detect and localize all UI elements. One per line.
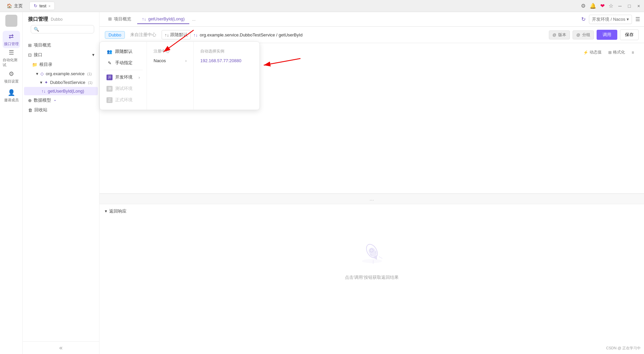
dropdown-nacos[interactable]: Nacos › [147,55,193,66]
group-label: 分组 [582,32,590,37]
tree-label-getUserById: getUserById(Long) [48,89,84,94]
dropdown-instance-1[interactable]: 192.168.57.77:20880 [194,55,248,66]
overview-icon: ⊞ [28,43,32,48]
dropdown-col-2: 注册中心 Nacos › [147,42,193,110]
version-label: 版本 [558,32,566,37]
tab-getUserById-label: getUserById(Long) [148,16,185,21]
dynamic-value-button[interactable]: ⚡ 动态值 [581,48,604,56]
env-label: 开发环境 / Nacos [592,16,625,22]
autotest-label: 自动化测试 [3,57,20,68]
tab-getUserById-icon: ↑↓ [142,16,146,21]
heart-icon[interactable]: ❤ [600,3,605,9]
test-tab[interactable]: ↻ test × [29,2,55,10]
manual-icon: ✎ [106,61,113,66]
follow-default-button[interactable]: ↑↓ 跟随默认 [162,30,191,39]
minimize-button[interactable]: ─ [617,3,623,9]
content-tabs: ⊞ 项目概览 ↑↓ getUserById(Long) ... ↻ 开发环境 /… [99,12,644,27]
tree-label-recycle: 回收站 [34,107,47,113]
tab-label: test [39,3,46,8]
avatar [5,15,17,27]
nav-subtitle: Dubbo [51,17,62,22]
env-chevron-icon: ▾ [627,17,629,22]
group-button[interactable]: @ 分组 [573,30,594,39]
response-title[interactable]: ▾ 返回响应 [105,208,639,214]
dubbo-service-badge: (1) [88,81,92,85]
dubbo-tag[interactable]: Dubbo [105,31,125,39]
dropdown-col-3: 自动选择实例 192.168.57.77:20880 [193,42,248,110]
tab-overview-label: 项目概览 [114,16,131,22]
svg-point-0 [362,259,382,263]
collapse-btn[interactable]: « [23,344,99,351]
env-selector[interactable]: 开发环境 / Nacos ▾ [589,15,632,24]
settings-icon[interactable]: ⚙ [581,3,586,9]
sidebar-item-project[interactable]: ⚙ 项目设置 [3,68,20,86]
recycle-icon: 🗑 [28,108,32,113]
dropdown-manual[interactable]: ✎ 手动指定 [100,57,147,69]
close-window-button[interactable]: × [636,3,641,9]
watermark: CSDN @ 正在学习中 [606,346,641,351]
tree-item-data-model[interactable]: ⊕ 数据模型 • [24,96,98,105]
dropdown-col-1: 👥 跟随默认 ✎ 手动指定 开 开发环境 › 测 测 [100,42,147,110]
title-bar-right: ⚙ 🔔 ❤ ☆ ─ □ × [581,3,641,9]
project-icon: ⚙ [9,70,14,78]
sidebar-toggle-button[interactable]: ☰ [635,16,640,22]
dropdown-follow-default[interactable]: 👥 跟随默认 [100,46,147,57]
data-model-dot: • [54,99,56,102]
dropdown-prod-env[interactable]: 正 正式环境 [100,94,147,106]
dev-env-label: 开发环境 [115,74,133,80]
tree-item-org-service[interactable]: ▾ ◇ org.example.service (1) [24,70,98,78]
response-section: ▾ 返回响应 [99,204,644,354]
format-icon: ⊞ [608,50,612,55]
interface-tree-icon: ⊡ [28,52,32,57]
service-path-icon: ↑↓ [193,32,198,37]
notification-icon[interactable]: 🔔 [590,3,596,9]
dynamic-icon: ⚡ [583,50,588,55]
tab-more-button[interactable]: ... [191,15,197,23]
search-input[interactable] [41,27,91,32]
format-button[interactable]: ⊞ 格式化 [606,48,627,56]
env-refresh-icon[interactable]: ↻ [581,16,586,22]
response-chevron-icon: ▾ [105,209,107,214]
empty-text: 点击'调用'按钮获取返回结果 [345,274,399,280]
instance-1-label: 192.168.57.77:20880 [200,58,241,63]
search-bar[interactable]: 🔍 [31,25,94,33]
follow-default-label: 跟随默认 [170,32,188,38]
home-tab[interactable]: 🏠 主页 [3,2,27,10]
save-button[interactable]: 保存 [620,29,639,40]
getUserById-icon: ↑↓ [41,89,46,94]
tree-item-root[interactable]: 📁 根目录 [24,60,98,69]
test-env-label: 测试环境 [115,86,133,92]
section-divider: ... [99,194,644,204]
tree-label-root: 根目录 [39,62,52,68]
test-env-icon: 测 [106,86,113,92]
tab-getUserById[interactable]: ↑↓ getUserById(Long) [137,14,189,24]
sidebar-item-invite[interactable]: 👤 邀请成员 [3,87,20,104]
nav-panel: 接口管理 Dubbo 🔍 ⊠ + ⊞ 项目概览 ⊡ 接口 ▼ [23,12,99,354]
tree-item-dubbo-service[interactable]: ▾ ✦ DubboTestService (1) [24,78,98,87]
tree-item-getUserById[interactable]: ↑↓ getUserById(Long) [24,87,98,95]
prod-env-icon: 正 [106,97,113,103]
invoke-button[interactable]: 调用 [597,30,617,40]
tree-item-interface[interactable]: ⊡ 接口 ▼ [24,50,98,60]
interface-icon: ⇄ [9,33,14,40]
toolbar-actions: @ 版本 @ 分组 调用 保存 [549,29,639,40]
dropdown-test-env[interactable]: 测 测试环境 [100,83,147,94]
project-label: 项目设置 [4,79,19,84]
tree-label-org-service: org.example.service [46,71,84,76]
dropdown-dev-env[interactable]: 开 开发环境 › [100,72,147,83]
bookmark-icon[interactable]: ☆ [609,3,613,9]
nacos-label: Nacos [154,58,166,63]
follow-default-dd-label: 跟随默认 [115,48,133,54]
tree-item-overview[interactable]: ⊞ 项目概览 [24,40,98,50]
more-actions-button[interactable]: ≡ [630,49,636,56]
tab-close-icon[interactable]: × [48,4,50,8]
sidebar-item-interface[interactable]: ⇄ 接口管理 [3,31,20,48]
tree-item-recycle[interactable]: 🗑 回收站 [24,105,98,115]
maximize-button[interactable]: □ [627,3,632,9]
registry-button[interactable]: 来自注册中心 [128,30,159,39]
tab-project-overview[interactable]: ⊞ 项目概览 [103,14,136,25]
version-button[interactable]: @ 版本 [549,30,570,39]
invite-label: 邀请成员 [4,98,19,103]
sidebar-item-autotest[interactable]: ☰ 自动化测试 [3,49,20,67]
autotest-icon: ☰ [9,49,14,56]
